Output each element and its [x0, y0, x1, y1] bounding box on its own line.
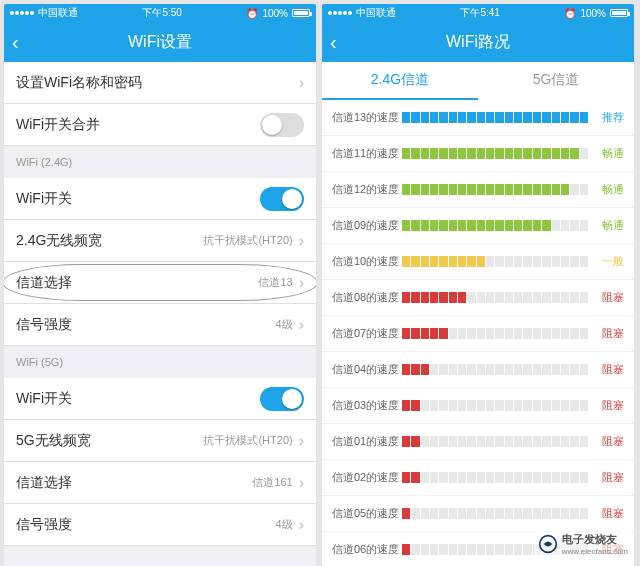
nav-title: WiFi路况 [446, 32, 510, 53]
logo-icon [538, 534, 558, 554]
channel-status: 畅通 [594, 146, 624, 161]
watermark-url: www.elecfans.com [562, 547, 628, 556]
row-value: 抗干扰模式(HT20) [203, 433, 292, 448]
channel-bar [402, 184, 588, 195]
alarm-icon: ⏰ [246, 8, 258, 19]
alarm-icon: ⏰ [564, 8, 576, 19]
channel-bar [402, 472, 588, 483]
signal-dots-icon [328, 11, 352, 15]
row-bandwidth-5g[interactable]: 5G无线频宽 抗干扰模式(HT20)› [4, 420, 316, 462]
carrier-label: 中国联通 [356, 6, 396, 20]
toggle-wifi-24g[interactable] [260, 187, 304, 211]
row-value: 信道13 [258, 275, 292, 290]
channel-status: 阻塞 [594, 362, 624, 377]
row-wifi-switch-5g[interactable]: WiFi开关 [4, 378, 316, 420]
toggle-wifi-5g[interactable] [260, 387, 304, 411]
row-label: WiFi开关 [16, 390, 72, 408]
channel-status: 阻塞 [594, 326, 624, 341]
row-label: 信道选择 [16, 474, 72, 492]
channel-row[interactable]: 信道05的速度阻塞 [322, 496, 634, 532]
row-label: 信道选择 [16, 274, 72, 292]
channel-label: 信道02的速度 [332, 470, 402, 485]
nav-title: WiFi设置 [128, 32, 192, 53]
channel-row[interactable]: 信道07的速度阻塞 [322, 316, 634, 352]
back-button[interactable]: ‹ [12, 32, 19, 52]
row-signal-5g[interactable]: 信号强度 4级› [4, 504, 316, 546]
chevron-right-icon: › [299, 274, 304, 292]
channel-row[interactable]: 信道11的速度畅通 [322, 136, 634, 172]
row-label: 5G无线频宽 [16, 432, 91, 450]
channel-bar [402, 220, 588, 231]
battery-icon [292, 9, 310, 17]
channel-row[interactable]: 信道13的速度推荐 [322, 100, 634, 136]
channel-status: 畅通 [594, 182, 624, 197]
phone-right: 中国联通 下午5:41 ⏰ 100% ‹ WiFi路况 2.4G信道 5G信道 … [322, 4, 634, 566]
channel-bar [402, 256, 588, 267]
channel-bar [402, 400, 588, 411]
row-wifi-switch-24g[interactable]: WiFi开关 [4, 178, 316, 220]
channel-label: 信道08的速度 [332, 290, 402, 305]
channel-tabs: 2.4G信道 5G信道 [322, 62, 634, 100]
back-button[interactable]: ‹ [330, 32, 337, 52]
tab-5g[interactable]: 5G信道 [478, 62, 634, 100]
channel-row[interactable]: 信道04的速度阻塞 [322, 352, 634, 388]
channel-label: 信道07的速度 [332, 326, 402, 341]
channel-label: 信道06的速度 [332, 542, 402, 557]
row-channel-24g[interactable]: 信道选择 信道13› [4, 262, 316, 304]
channel-row[interactable]: 信道10的速度一般 [322, 244, 634, 280]
channel-status: 阻塞 [594, 434, 624, 449]
channel-bar [402, 328, 588, 339]
carrier-label: 中国联通 [38, 6, 78, 20]
row-label: 2.4G无线频宽 [16, 232, 102, 250]
section-5g: WiFi (5G) [4, 346, 316, 378]
channel-row[interactable]: 信道02的速度阻塞 [322, 460, 634, 496]
watermark: 电子发烧友 www.elecfans.com [534, 530, 632, 558]
channel-label: 信道13的速度 [332, 110, 402, 125]
channel-bar [402, 148, 588, 159]
channel-row[interactable]: 信道03的速度阻塞 [322, 388, 634, 424]
toggle-merge[interactable] [260, 113, 304, 137]
channel-row[interactable]: 信道12的速度畅通 [322, 172, 634, 208]
row-value: 4级 [276, 317, 293, 332]
row-value: 4级 [276, 517, 293, 532]
row-label: 信号强度 [16, 316, 72, 334]
channel-status: 畅通 [594, 218, 624, 233]
channel-status: 阻塞 [594, 470, 624, 485]
channel-label: 信道04的速度 [332, 362, 402, 377]
row-label: 信号强度 [16, 516, 72, 534]
chevron-right-icon: › [299, 316, 304, 334]
row-signal-24g[interactable]: 信号强度 4级› [4, 304, 316, 346]
channel-label: 信道01的速度 [332, 434, 402, 449]
time-label: 下午5:41 [460, 6, 499, 20]
channel-bar [402, 508, 588, 519]
row-value: 信道161 [252, 475, 292, 490]
section-24g: WiFi (2.4G) [4, 146, 316, 178]
row-channel-5g[interactable]: 信道选择 信道161› [4, 462, 316, 504]
chevron-right-icon: › [299, 516, 304, 534]
chevron-right-icon: › [299, 74, 304, 92]
row-bandwidth-24g[interactable]: 2.4G无线频宽 抗干扰模式(HT20)› [4, 220, 316, 262]
battery-icon [610, 9, 628, 17]
channel-row[interactable]: 信道08的速度阻塞 [322, 280, 634, 316]
channel-bar [402, 364, 588, 375]
channel-row[interactable]: 信道09的速度畅通 [322, 208, 634, 244]
channel-status: 推荐 [594, 110, 624, 125]
channel-status: 一般 [594, 254, 624, 269]
chevron-right-icon: › [299, 432, 304, 450]
chevron-right-icon: › [299, 474, 304, 492]
row-value: 抗干扰模式(HT20) [203, 233, 292, 248]
channel-bar [402, 112, 588, 123]
time-label: 下午5:50 [142, 6, 181, 20]
nav-bar: ‹ WiFi路况 [322, 22, 634, 62]
channel-label: 信道05的速度 [332, 506, 402, 521]
channel-label: 信道10的速度 [332, 254, 402, 269]
watermark-text: 电子发烧友 [562, 532, 628, 547]
row-label: WiFi开关 [16, 190, 72, 208]
row-merge-switch[interactable]: WiFi开关合并 [4, 104, 316, 146]
channel-row[interactable]: 信道01的速度阻塞 [322, 424, 634, 460]
row-name-password[interactable]: 设置WiFi名称和密码 › [4, 62, 316, 104]
channel-label: 信道03的速度 [332, 398, 402, 413]
tab-24g[interactable]: 2.4G信道 [322, 62, 478, 100]
battery-pct: 100% [262, 8, 288, 19]
row-label: 设置WiFi名称和密码 [16, 74, 142, 92]
